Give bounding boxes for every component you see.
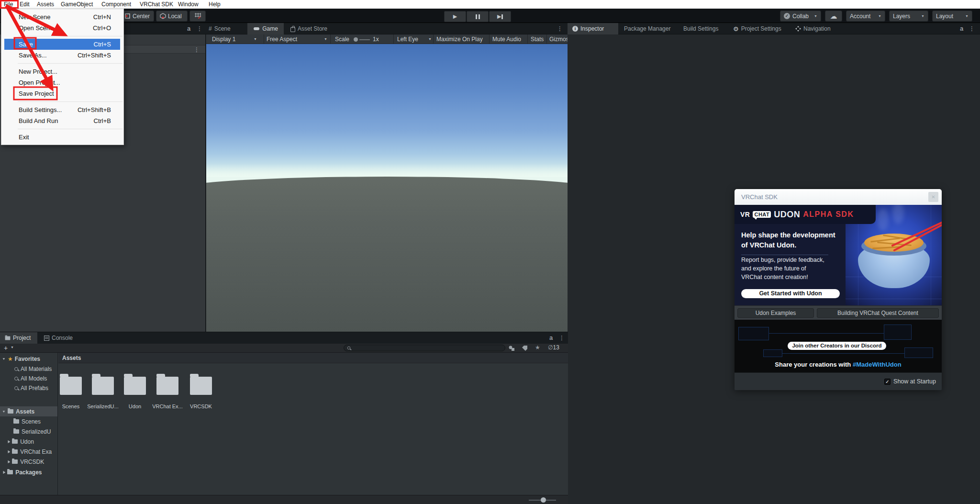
aspect-dropdown[interactable]: Free Aspect <box>267 34 297 44</box>
menu-item-build-settings[interactable]: Build Settings...Ctrl+Shift+B <box>1 104 123 115</box>
menu-item-build-and-run[interactable]: Build And RunCtrl+B <box>1 115 123 126</box>
tab-inspector[interactable]: i Inspector <box>568 23 618 34</box>
menu-item-open-project[interactable]: Open Project... <box>1 77 123 88</box>
eye-dropdown[interactable]: Left Eye <box>397 34 418 44</box>
mute-audio-toggle[interactable]: Mute Audio <box>492 34 521 44</box>
menu-component[interactable]: Component <box>101 0 131 9</box>
show-at-startup[interactable]: ✓ Show at Startup <box>884 378 936 385</box>
tree-vrcsdk[interactable]: ▶ VRCSDK <box>0 457 58 467</box>
tab-navigation[interactable]: Navigation <box>791 23 835 34</box>
play-button[interactable]: ▶ <box>444 11 466 22</box>
inspector-menu-icon[interactable]: ⋮ <box>969 25 975 32</box>
tree-all-prefabs[interactable]: All Prefabs <box>0 383 58 393</box>
folder-serialized[interactable]: SerializedU... <box>87 373 119 409</box>
udon-examples-button[interactable]: Udon Examples <box>737 308 814 318</box>
get-started-button[interactable]: Get Started with Udon <box>741 289 840 298</box>
inspector-lock-icon[interactable]: a <box>960 25 963 32</box>
menu-item-new-scene[interactable]: New SceneCtrl+N <box>1 11 123 22</box>
tab-console[interactable]: Console <box>39 332 78 344</box>
tab-project-settings[interactable]: ⚙ Project Settings <box>728 23 786 34</box>
vrchat-window-close-button[interactable]: ✕ <box>928 192 938 202</box>
tree-packages[interactable]: ▶ Packages <box>0 467 58 477</box>
folder-scenes[interactable]: Scenes <box>58 373 87 409</box>
tree-assets[interactable]: ▼ Assets <box>0 406 58 416</box>
menu-item-save[interactable]: SaveCtrl+S <box>4 39 120 50</box>
menu-window[interactable]: Window <box>178 0 199 9</box>
menu-vrchat-sdk[interactable]: VRChat SDK <box>140 0 173 9</box>
zoom-slider[interactable] <box>541 497 546 503</box>
tree-serialized[interactable]: SerializedU <box>0 426 58 437</box>
maximize-on-play-toggle[interactable]: Maximize On Play <box>436 34 483 44</box>
folder-vrcsdk[interactable]: VRCSDK <box>185 373 217 409</box>
discord-join-button[interactable]: Join other Creators in our Discord <box>788 342 886 350</box>
menu-item-new-project[interactable]: New Project... <box>1 66 123 77</box>
pivot-center-button[interactable]: Center <box>121 11 154 22</box>
project-menu-icon[interactable]: ⋮ <box>559 335 565 341</box>
share-text: Share your creations with <box>775 361 851 368</box>
folder-icon <box>190 377 212 395</box>
hidden-packages-icon[interactable]: ∅13 <box>548 344 559 351</box>
menu-assets[interactable]: Assets <box>37 0 54 9</box>
tab-build-settings[interactable]: Build Settings <box>679 23 723 34</box>
display-dropdown[interactable]: Display 1 <box>212 34 235 44</box>
orientation-local-button[interactable]: Local <box>156 11 188 22</box>
tree-vrchat-examples[interactable]: ▶ VRChat Exa <box>0 447 58 457</box>
account-button[interactable]: Account ▼ <box>846 11 885 22</box>
menu-edit[interactable]: Edit <box>20 0 30 9</box>
menu-item-open-scene[interactable]: Open SceneCtrl+O <box>1 22 123 34</box>
layers-button[interactable]: Layers ▼ <box>889 11 928 22</box>
search-by-type-icon[interactable] <box>509 345 515 351</box>
project-tab-icon <box>5 336 11 340</box>
menu-gameobject[interactable]: GameObject <box>61 0 93 9</box>
menu-item-save-project[interactable]: Save Project <box>1 88 123 99</box>
layout-button[interactable]: Layout ▼ <box>932 11 972 22</box>
hierarchy-menu-icon[interactable]: ⋮ <box>197 25 202 32</box>
cloud-button[interactable]: ☁ <box>825 11 842 22</box>
project-lock-icon[interactable]: a <box>549 334 553 341</box>
tree-favorites[interactable]: ▼ ★ Favorites <box>0 354 58 364</box>
tree-udon[interactable]: ▶ Udon <box>0 437 58 447</box>
menu-help[interactable]: Help <box>209 0 221 9</box>
tree-label: Scenes <box>22 418 41 425</box>
share-line: Share your creations with #MadeWithUdon <box>735 361 942 368</box>
scale-slider[interactable] <box>354 37 358 42</box>
hierarchy-lock-icon[interactable]: a <box>187 25 190 32</box>
project-panel: Project Console a ⋮ + ▼ ★ ∅13 ▼ ★ Favo <box>0 332 568 504</box>
project-search-input[interactable] <box>344 345 505 351</box>
menu-item-save-as[interactable]: Save As...Ctrl+Shift+S <box>1 50 123 61</box>
tree-all-models[interactable]: All Models <box>0 373 58 383</box>
gizmos-dropdown[interactable]: Gizmos <box>549 34 568 44</box>
folder-udon[interactable]: Udon <box>119 373 151 409</box>
search-by-label-icon[interactable] <box>522 345 528 351</box>
pause-button[interactable] <box>467 11 489 22</box>
folder-icon <box>92 377 114 395</box>
tab-console-label: Console <box>52 335 73 341</box>
menu-item-exit[interactable]: Exit <box>1 132 123 143</box>
stats-toggle[interactable]: Stats <box>531 34 544 44</box>
horizon-glow <box>206 164 568 177</box>
vrchat-window-titlebar[interactable]: VRChat SDK <box>735 189 942 205</box>
collab-button[interactable]: ✓ Collab ▼ <box>780 11 821 22</box>
add-asset-caret-icon[interactable]: ▼ <box>11 346 14 349</box>
tab-package-manager[interactable]: Package Manager <box>619 23 675 34</box>
tree-scenes[interactable]: Scenes <box>0 416 58 426</box>
play-icon: ▶ <box>453 13 457 20</box>
tab-game[interactable]: Game <box>247 23 284 34</box>
project-toolbar: + ▼ ★ ∅13 <box>0 344 568 353</box>
favorites-star-icon[interactable]: ★ <box>535 344 540 351</box>
menu-file[interactable]: File <box>4 0 13 9</box>
snap-grid-button[interactable] <box>189 11 206 22</box>
add-asset-button[interactable]: + <box>4 344 8 352</box>
folder-vrchat-examples[interactable]: VRChat Ex... <box>151 373 184 409</box>
game-panel-menu-icon[interactable]: ⋮ <box>557 25 563 32</box>
show-at-startup-checkbox[interactable]: ✓ <box>884 379 891 385</box>
tab-scene[interactable]: # Scene <box>204 23 235 34</box>
tab-project[interactable]: Project <box>0 332 37 344</box>
tree-all-materials[interactable]: All Materials <box>0 364 58 374</box>
tab-build-settings-label: Build Settings <box>683 25 718 32</box>
tab-asset-store[interactable]: Asset Store <box>286 23 332 34</box>
tree-label: Udon <box>20 438 34 445</box>
quest-content-button[interactable]: Building VRChat Quest Content <box>817 308 939 318</box>
hierarchy-row-menu-icon[interactable]: ⋮ <box>194 46 200 53</box>
step-button[interactable]: ▶ <box>489 11 511 22</box>
